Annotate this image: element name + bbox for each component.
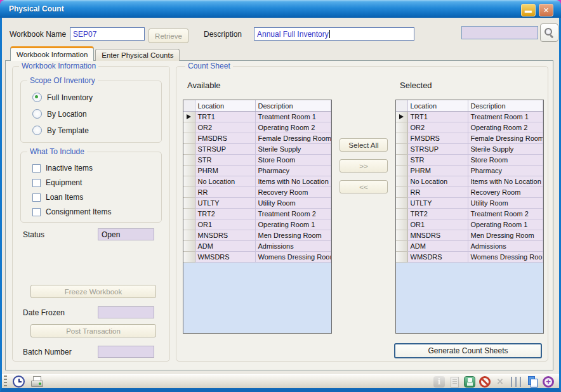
grid-row-adm[interactable]: ADMAdmissions [396,241,543,252]
grid-row-rr[interactable]: RRRecovery Room [396,187,543,198]
radio-by-location[interactable]: By Location [32,109,93,119]
tab-workbook-information[interactable]: Workbook Information [10,46,94,61]
grid-row-mnsdrs[interactable]: MNSDRSMen Dressing Room [396,230,543,241]
row-selector[interactable] [396,241,407,252]
post-transaction-button[interactable]: Post Transaction [30,324,156,337]
scope-of-inventory-group-title: Scope Of Inventory [27,76,98,85]
row-selector[interactable] [183,209,195,219]
cell-location: TRT2 [407,209,468,219]
description-input[interactable]: Annual Full Inventory [254,27,414,41]
grid-row-fmsdrs[interactable]: FMSDRSFemale Dressing Room [396,133,543,144]
row-selector[interactable] [183,187,195,198]
grid-row-phrm[interactable]: PHRMPharmacy [396,166,543,176]
search-button[interactable] [540,23,558,42]
row-selector[interactable] [183,198,195,209]
move-right-button[interactable]: >> [340,159,388,173]
grid-row-or2[interactable]: OR2Operating Room 2 [396,122,543,133]
row-selector[interactable] [183,155,195,166]
printer-icon[interactable] [30,376,43,388]
grid-row-adm[interactable]: ADMAdmissions [183,241,331,252]
add-record-icon[interactable] [543,376,554,388]
row-selector[interactable] [183,219,195,230]
row-selector[interactable] [396,219,407,230]
grid-row-str[interactable]: STRStore Room [396,155,543,166]
row-selector[interactable] [183,241,195,252]
save-icon[interactable] [464,376,475,388]
current-row-indicator[interactable] [396,112,407,122]
select-all-button[interactable]: Select All [340,138,388,152]
row-selector[interactable] [396,144,407,155]
grid-row-no-location[interactable]: No LocationItems with No Location [183,176,331,187]
row-selector[interactable] [396,133,407,144]
generate-count-sheets-button[interactable]: Generate Count Sheets [394,343,542,358]
grid-row-trt1[interactable]: TRT1Treatment Room 1 [396,112,543,122]
grid-row-or2[interactable]: OR2Operating Room 2 [183,122,331,133]
workbook-name-input[interactable]: SEP07 [70,27,145,41]
cell-location: PHRM [195,166,255,176]
row-selector[interactable] [183,252,195,263]
row-selector[interactable] [183,133,195,144]
minimize-button[interactable]: ▬ [521,4,536,16]
move-left-button[interactable]: << [340,180,388,193]
grid-row-wmsdrs[interactable]: WMSDRSWomens Dressing Room [183,252,331,263]
row-selector[interactable] [183,144,195,155]
row-selector[interactable] [396,209,407,219]
grid-row-trt2[interactable]: TRT2Treatment Room 2 [396,209,543,219]
checkbox-loan-items[interactable]: Loan Items [32,193,111,202]
tab-enter-physical-counts[interactable]: Enter Physical Counts [95,49,180,61]
grid-row-trt2[interactable]: TRT2Treatment Room 2 [183,209,331,219]
grid-row-strsup[interactable]: STRSUPSterile Supply [396,144,543,155]
grid-row-str[interactable]: STRStore Room [183,155,331,166]
row-selector[interactable] [183,122,195,133]
cell-location: WMSDRS [407,252,468,263]
copy-icon[interactable] [527,376,539,388]
checkbox-icon [32,179,41,187]
row-selector[interactable] [396,122,407,133]
grid-row-utlty[interactable]: UTLTYUtility Room [183,198,331,209]
checkbox-consignment-items[interactable]: Consignment Items [32,207,111,216]
row-selector[interactable] [183,166,195,176]
checkbox-equipment[interactable]: Equipment [32,178,111,187]
clock-icon[interactable] [13,376,25,388]
column-header-description[interactable]: Description [255,100,331,112]
row-selector[interactable] [183,230,195,241]
row-selector[interactable] [396,230,407,241]
grid-row-utlty[interactable]: UTLTYUtility Room [396,198,543,209]
current-row-indicator[interactable] [183,112,195,122]
grid-row-or1[interactable]: OR1Operating Room 1 [396,219,543,230]
row-selector[interactable] [396,166,407,176]
grid-row-strsup[interactable]: STRSUPSterile Supply [183,144,331,155]
delete-x-icon[interactable] [494,376,506,388]
checkbox-inactive-items[interactable]: Inactive Items [32,164,111,173]
cancel-icon[interactable] [479,376,491,388]
column-header-location[interactable]: Location [407,100,468,112]
search-field[interactable] [461,26,538,39]
row-selector[interactable] [396,176,407,187]
grid-row-wmsdrs[interactable]: WMSDRSWomens Dressing Room [396,252,543,263]
freeze-workbook-button[interactable]: Freeze Workbook [30,285,156,298]
selected-grid[interactable]: LocationDescriptionTRT1Treatment Room 1O… [395,100,544,334]
column-header-description[interactable]: Description [468,100,543,112]
radio-by-template[interactable]: By Template [32,126,93,135]
info-icon[interactable] [433,376,445,388]
grid-row-trt1[interactable]: TRT1Treatment Room 1 [183,112,331,122]
grid-row-or1[interactable]: OR1Operating Room 1 [183,219,331,230]
document-icon[interactable] [449,376,460,388]
cell-description: Operating Room 1 [468,219,543,230]
row-selector[interactable] [396,252,407,263]
grid-row-rr[interactable]: RRRecovery Room [183,187,331,198]
column-header-location[interactable]: Location [195,100,255,112]
retrieve-button[interactable]: Retrieve [148,29,188,43]
grid-row-mnsdrs[interactable]: MNSDRSMen Dressing Room [183,230,331,241]
grid-row-fmsdrs[interactable]: FMSDRSFemale Dressing Room [183,133,331,144]
row-selector[interactable] [396,155,407,166]
available-grid[interactable]: LocationDescriptionTRT1Treatment Room 1O… [183,100,332,334]
generate-count-sheets-label: Generate Count Sheets [428,346,508,355]
radio-full-inventory[interactable]: Full Inventory [32,93,93,102]
row-selector[interactable] [183,176,195,187]
grid-row-no-location[interactable]: No LocationItems with No Location [396,176,543,187]
row-selector[interactable] [396,187,407,198]
close-button[interactable]: ✕ [539,4,553,16]
grid-row-phrm[interactable]: PHRMPharmacy [183,166,331,176]
row-selector[interactable] [396,198,407,209]
